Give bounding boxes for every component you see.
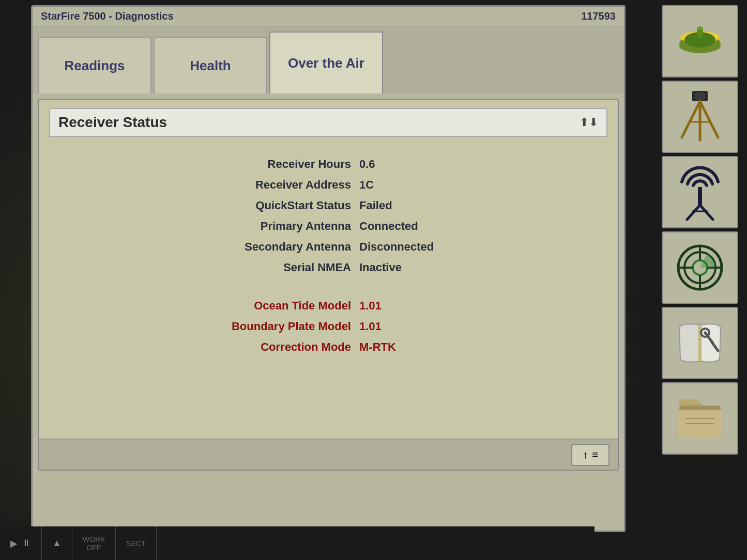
value-primary-antenna: Connected	[359, 220, 463, 233]
value-boundary-plate-model: 1.01	[359, 320, 463, 333]
receiver-status-title: Receiver Status	[58, 114, 167, 131]
row-primary-antenna: Primary Antenna Connected	[70, 220, 587, 233]
row-quickstart-status: QuickStart Status Failed	[70, 199, 587, 212]
svg-line-14	[687, 205, 700, 220]
play-pause-btn[interactable]: ▶ ⏸	[0, 526, 42, 560]
svg-line-10	[700, 101, 718, 137]
sort-icon[interactable]: ⬆⬇	[580, 116, 598, 129]
tab-health[interactable]: Health	[154, 37, 267, 94]
right-sidebar	[662, 5, 742, 455]
physical-controls-bar: ▶ ⏸ ▲ WORK OFF SECT	[0, 526, 594, 560]
label-receiver-address: Receiver Address	[194, 178, 359, 192]
triangle-btn[interactable]: ▲	[42, 526, 72, 560]
target-icon	[674, 239, 726, 296]
svg-rect-8	[695, 92, 705, 100]
label-correction-mode: Correction Mode	[194, 340, 359, 354]
serial-number: 117593	[581, 10, 616, 22]
row-correction-mode: Correction Mode M-RTK	[70, 340, 587, 354]
pause-icon: ⏸	[22, 538, 31, 549]
label-ocean-tide-model: Ocean Tide Model	[194, 299, 359, 313]
label-quickstart-status: QuickStart Status	[194, 199, 359, 212]
svg-line-15	[700, 205, 713, 220]
menu-lines-icon: ≡	[592, 449, 598, 461]
value-ocean-tide-model: 1.01	[359, 299, 463, 313]
main-screen: StarFire 7500 - Diagnostics 117593 Readi…	[31, 5, 626, 532]
value-serial-nmea: Inactive	[359, 261, 463, 274]
manual-icon	[674, 315, 726, 371]
label-serial-nmea: Serial NMEA	[194, 261, 359, 274]
sidebar-btn-gps-unit[interactable]	[662, 5, 738, 77]
label-secondary-antenna: Secondary Antenna	[194, 240, 359, 254]
content-area: Receiver Status ⬆⬇ Receiver Hours 0.6 Re…	[38, 99, 619, 471]
svg-line-9	[682, 101, 700, 137]
value-receiver-address: 1C	[359, 178, 463, 192]
label-boundary-plate-model: Boundary Plate Model	[194, 320, 359, 333]
play-icon: ▶	[10, 538, 18, 549]
receiver-status-header: Receiver Status ⬆⬇	[49, 108, 607, 137]
sidebar-btn-folder[interactable]	[662, 382, 738, 455]
sidebar-btn-tripod[interactable]	[662, 81, 738, 153]
sect-label: SECT	[116, 526, 156, 560]
app-title: StarFire 7500 - Diagnostics	[41, 10, 174, 22]
value-receiver-hours: 0.6	[359, 158, 463, 171]
up-arrow-icon: ↑	[583, 449, 588, 461]
svg-point-6	[697, 26, 703, 30]
menu-button[interactable]: ↑ ≡	[571, 444, 609, 466]
row-receiver-address: Receiver Address 1C	[70, 178, 587, 192]
row-secondary-antenna: Secondary Antenna Disconnected	[70, 240, 587, 254]
gps-unit-icon	[674, 18, 726, 65]
sidebar-btn-signal[interactable]	[662, 156, 738, 228]
value-correction-mode: M-RTK	[359, 340, 463, 354]
label-primary-antenna: Primary Antenna	[194, 220, 359, 233]
svg-rect-13	[698, 187, 702, 205]
row-boundary-plate-model: Boundary Plate Model 1.01	[70, 320, 587, 333]
signal-tower-icon	[674, 164, 726, 221]
folder-icon	[674, 390, 726, 447]
tab-readings[interactable]: Readings	[38, 37, 151, 94]
sidebar-btn-manual[interactable]	[662, 307, 738, 379]
sidebar-btn-target[interactable]	[662, 231, 738, 304]
status-grid: Receiver Hours 0.6 Receiver Address 1C Q…	[39, 142, 618, 369]
label-receiver-hours: Receiver Hours	[194, 158, 359, 171]
value-quickstart-status: Failed	[359, 199, 463, 212]
value-secondary-antenna: Disconnected	[359, 240, 463, 254]
tab-bar: Readings Health Over the Air	[33, 26, 624, 94]
row-serial-nmea: Serial NMEA Inactive	[70, 261, 587, 274]
bottom-action-bar: ↑ ≡	[39, 439, 618, 470]
title-bar: StarFire 7500 - Diagnostics 117593	[33, 7, 624, 26]
row-ocean-tide-model: Ocean Tide Model 1.01	[70, 299, 587, 313]
work-label: WORK OFF	[72, 526, 116, 560]
up-icon: ▲	[52, 538, 62, 549]
tab-over-the-air[interactable]: Over the Air	[269, 32, 383, 94]
row-receiver-hours: Receiver Hours 0.6	[70, 158, 587, 171]
tripod-icon	[674, 88, 726, 145]
